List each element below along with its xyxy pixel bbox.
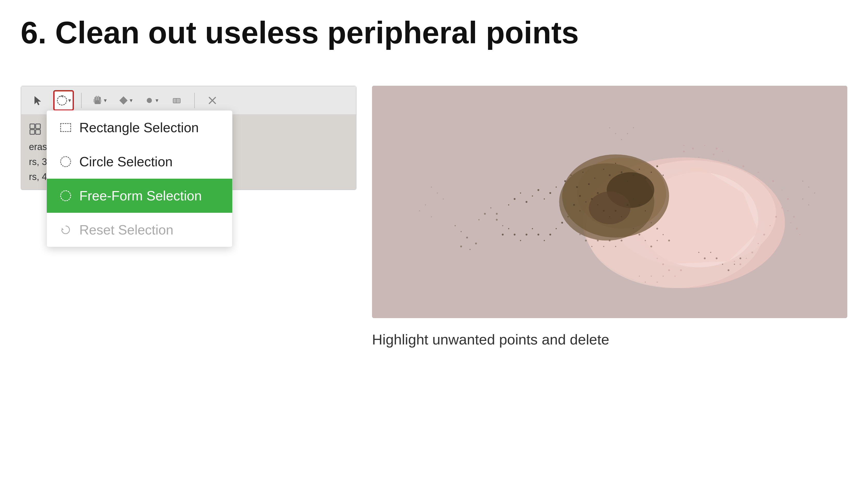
svg-point-38 [621, 171, 623, 173]
svg-point-158 [808, 187, 809, 188]
point-tool[interactable]: ▾ [141, 90, 161, 111]
hand-arrow: ▾ [104, 97, 107, 104]
hand-tool[interactable]: ▾ [89, 90, 110, 111]
svg-point-171 [663, 275, 664, 277]
svg-point-80 [580, 210, 581, 212]
dropdown-item-circle[interactable]: Circle Selection [47, 144, 232, 179]
svg-point-49 [597, 204, 598, 205]
svg-point-30 [576, 186, 578, 188]
svg-point-165 [627, 133, 628, 134]
circle-icon [59, 155, 72, 168]
svg-point-151 [431, 187, 432, 188]
svg-point-113 [597, 239, 599, 241]
svg-point-87 [651, 222, 652, 223]
svg-point-48 [591, 198, 593, 200]
svg-point-110 [580, 234, 581, 235]
svg-point-170 [657, 282, 658, 283]
svg-point-168 [645, 282, 646, 283]
svg-point-71 [544, 240, 545, 241]
svg-point-152 [437, 192, 438, 194]
svg-point-93 [645, 240, 646, 241]
svg-point-79 [573, 204, 575, 206]
svg-point-45 [663, 174, 664, 176]
point-cloud-image [372, 86, 847, 318]
svg-point-61 [537, 189, 539, 191]
svg-point-162 [609, 127, 611, 128]
svg-rect-2 [96, 96, 97, 100]
svg-point-52 [615, 210, 617, 212]
svg-point-141 [683, 145, 685, 146]
svg-point-96 [461, 231, 462, 232]
svg-point-129 [770, 225, 771, 226]
svg-point-98 [455, 225, 456, 226]
svg-rect-12 [30, 124, 35, 129]
close-button[interactable] [202, 90, 223, 111]
svg-point-106 [722, 264, 723, 265]
svg-point-166 [633, 127, 634, 128]
svg-point-143 [704, 145, 706, 146]
right-panel: Highlight unwanted points and delete [372, 86, 847, 350]
svg-point-54 [627, 204, 628, 206]
svg-point-89 [663, 234, 664, 235]
svg-point-159 [814, 192, 815, 194]
svg-point-161 [808, 204, 809, 205]
svg-point-33 [594, 177, 595, 179]
svg-point-99 [475, 243, 477, 245]
svg-point-132 [751, 252, 753, 253]
svg-point-128 [775, 216, 777, 218]
svg-point-156 [431, 216, 432, 218]
svg-point-146 [787, 210, 789, 212]
svg-marker-0 [35, 96, 41, 105]
svg-point-65 [514, 198, 516, 200]
svg-point-44 [656, 165, 658, 167]
dropdown-item-rectangle[interactable]: Rectangle Selection [47, 110, 232, 144]
dropdown-item-reset[interactable]: Reset Selection [47, 213, 232, 247]
svg-point-127 [781, 207, 783, 208]
svg-point-169 [651, 275, 652, 277]
svg-point-138 [680, 269, 682, 271]
svg-point-88 [656, 228, 658, 230]
dropdown-item-freeform[interactable]: Free-Form Selection [47, 179, 232, 213]
svg-point-29 [570, 174, 572, 176]
svg-rect-13 [30, 130, 35, 134]
point-cloud-svg [372, 86, 847, 318]
svg-point-137 [675, 275, 676, 277]
svg-point-130 [764, 234, 765, 235]
svg-point-76 [514, 234, 516, 235]
svg-point-145 [722, 151, 723, 152]
svg-point-43 [651, 172, 652, 173]
svg-point-119 [698, 157, 700, 158]
svg-rect-14 [36, 124, 40, 129]
svg-point-46 [579, 195, 581, 197]
svg-point-77 [508, 228, 509, 229]
svg-point-167 [639, 275, 640, 277]
grid-icon [29, 123, 42, 136]
svg-point-68 [561, 222, 563, 224]
svg-rect-5 [100, 99, 101, 102]
svg-point-73 [532, 228, 533, 229]
svg-point-53 [621, 216, 622, 218]
svg-point-117 [621, 239, 623, 241]
rectangle-label: Rectangle Selection [79, 120, 199, 135]
pointer-tool[interactable] [27, 90, 48, 111]
svg-point-125 [781, 190, 783, 191]
selection-tool[interactable]: ▾ [53, 90, 74, 111]
svg-point-107 [728, 269, 730, 271]
svg-point-123 [758, 172, 759, 173]
svg-point-81 [490, 207, 492, 208]
svg-rect-15 [36, 130, 40, 134]
svg-point-118 [683, 151, 685, 152]
left-panel: ▾ ▾ ▾ [21, 86, 356, 350]
svg-point-133 [746, 258, 747, 259]
polygon-tool[interactable]: ▾ [115, 90, 135, 111]
svg-point-126 [787, 198, 789, 200]
svg-point-7 [147, 98, 152, 103]
svg-point-59 [550, 192, 551, 194]
svg-rect-3 [98, 96, 99, 100]
svg-point-41 [639, 169, 640, 170]
svg-point-34 [597, 192, 599, 194]
svg-point-90 [668, 239, 670, 241]
eraser-tool[interactable] [166, 90, 187, 111]
svg-marker-16 [62, 228, 64, 230]
svg-point-95 [633, 228, 634, 229]
